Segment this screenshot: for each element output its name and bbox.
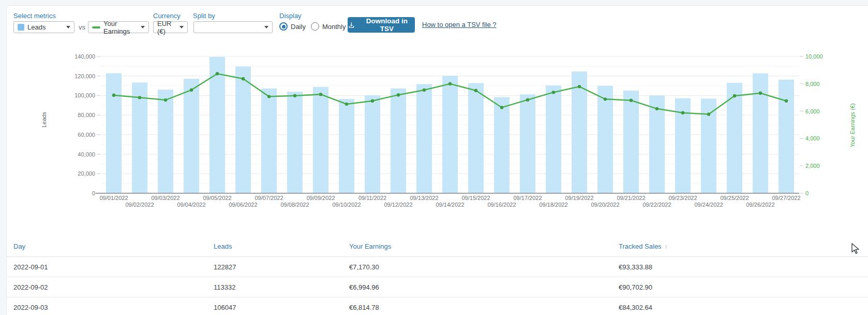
table-row[interactable]: 2022-09-02113332€6,994.96€90,702.90 — [7, 277, 868, 297]
leads-bar[interactable] — [468, 83, 484, 193]
metric-secondary-select[interactable]: Your Earnings — [88, 21, 149, 33]
caret-down-icon — [141, 26, 145, 28]
earnings-point[interactable] — [526, 98, 529, 101]
earnings-point[interactable] — [397, 93, 400, 96]
leads-bar[interactable] — [184, 79, 199, 193]
earnings-point[interactable] — [681, 111, 684, 114]
leads-bar[interactable] — [339, 99, 354, 193]
radio-daily-selected-icon[interactable] — [279, 22, 288, 31]
tsv-help-link[interactable]: How to open a TSV file ? — [422, 21, 497, 28]
earnings-point[interactable] — [242, 77, 245, 80]
left-axis-tick-label: 20,000 — [78, 170, 95, 177]
leads-bar[interactable] — [597, 86, 613, 193]
table-cell: €7,170.30 — [349, 263, 619, 271]
table-cell: 2022-09-02 — [13, 283, 214, 291]
column-header-tracked-sales[interactable]: Tracked Sales ↑ — [619, 242, 868, 250]
column-header-leads[interactable]: Leads — [214, 242, 349, 250]
earnings-point[interactable] — [112, 94, 115, 97]
column-header-your-earnings[interactable]: Your Earnings — [349, 242, 619, 250]
table-cell: 106047 — [214, 304, 349, 311]
leads-bar[interactable] — [365, 95, 380, 193]
table-row[interactable]: 2022-09-03106047€6,814.78€84,302.64 — [7, 297, 868, 315]
x-axis-date-label: 09/18/2022 — [539, 202, 567, 208]
x-axis-date-label: 09/24/2022 — [694, 202, 723, 208]
leads-bar[interactable] — [106, 73, 122, 193]
earnings-point[interactable] — [785, 99, 788, 103]
leads-bar[interactable] — [546, 85, 561, 193]
x-axis-date-label: 09/09/2022 — [306, 195, 335, 201]
right-axis-tick-label: 0 — [805, 190, 809, 196]
dashboard-page: Select metrics Leads vs Your Earnings Cu… — [0, 0, 868, 315]
earnings-point[interactable] — [345, 103, 348, 106]
metric-primary-value: Leads — [27, 23, 46, 31]
earnings-line-swatch-icon — [92, 26, 100, 28]
x-axis-date-label: 09/07/2022 — [255, 195, 283, 201]
earnings-point[interactable] — [138, 96, 141, 99]
leads-bar[interactable] — [494, 97, 510, 193]
select-metrics-label: Select metrics — [13, 12, 56, 20]
earnings-point[interactable] — [216, 72, 219, 75]
radio-option-monthly[interactable]: Monthly — [311, 22, 346, 31]
earnings-point[interactable] — [319, 93, 322, 96]
earnings-point[interactable] — [190, 88, 193, 91]
earnings-point[interactable] — [474, 89, 477, 92]
split-by-label: Split by — [193, 12, 215, 20]
download-tsv-button[interactable]: Download in TSV — [348, 17, 415, 33]
leads-bar[interactable] — [416, 84, 432, 193]
leads-bar[interactable] — [442, 76, 458, 193]
earnings-point[interactable] — [500, 106, 503, 109]
x-axis-date-label: 09/25/2022 — [720, 195, 749, 201]
earnings-point[interactable] — [578, 85, 581, 88]
right-axis-tick-label: 6,000 — [805, 108, 820, 114]
column-header-day[interactable]: Day — [13, 242, 214, 250]
sort-up-icon: ↑ — [665, 242, 668, 250]
x-axis-date-label: 09/20/2022 — [591, 202, 619, 208]
earnings-point[interactable] — [448, 82, 452, 85]
x-axis-date-label: 09/16/2022 — [487, 202, 516, 208]
leads-bar[interactable] — [391, 89, 406, 193]
left-axis-tick-label: 140,000 — [74, 53, 95, 60]
leads-bar[interactable] — [779, 80, 794, 193]
earnings-point[interactable] — [655, 107, 659, 110]
leads-bar[interactable] — [158, 90, 173, 193]
leads-bar[interactable] — [287, 92, 303, 193]
x-axis-date-label: 09/01/2022 — [99, 195, 128, 201]
earnings-point[interactable] — [630, 99, 633, 102]
earnings-point[interactable] — [759, 92, 762, 95]
split-by-select[interactable] — [193, 21, 273, 33]
earnings-point[interactable] — [164, 98, 167, 102]
metric-secondary-value: Your Earnings — [103, 20, 138, 35]
earnings-point[interactable] — [293, 94, 296, 97]
leads-bar[interactable] — [753, 74, 768, 193]
x-axis-date-label: 09/10/2022 — [332, 202, 361, 208]
earnings-point[interactable] — [707, 112, 710, 116]
leads-bar[interactable] — [520, 94, 535, 193]
x-axis-date-label: 09/27/2022 — [772, 195, 800, 201]
left-axis-tick-label: 0 — [92, 190, 95, 196]
metric-primary-select[interactable]: Leads — [13, 21, 74, 33]
x-axis-date-label: 09/23/2022 — [668, 195, 697, 201]
leads-bar[interactable] — [313, 87, 328, 193]
radio-monthly-unselected-icon[interactable] — [311, 22, 319, 31]
display-label: Display — [279, 12, 302, 20]
earnings-point[interactable] — [604, 97, 607, 101]
earnings-point[interactable] — [267, 95, 271, 98]
radio-option-daily[interactable]: Daily — [279, 22, 306, 31]
x-axis-date-label: 09/26/2022 — [746, 202, 774, 208]
earnings-point[interactable] — [552, 91, 555, 94]
daily-stats-table: Day Leads Your Earnings Tracked Sales ↑ … — [7, 236, 868, 315]
leads-bar[interactable] — [261, 89, 277, 193]
earnings-point[interactable] — [371, 99, 374, 103]
table-header-row: Day Leads Your Earnings Tracked Sales ↑ — [7, 236, 868, 257]
left-axis-tick-label: 40,000 — [78, 151, 95, 158]
table-row[interactable]: 2022-09-01122827€7,170.30€93,333.88 — [7, 257, 868, 277]
currency-select[interactable]: EUR (€) — [153, 21, 188, 33]
x-axis-date-label: 09/02/2022 — [125, 202, 154, 208]
leads-bar[interactable] — [235, 66, 251, 193]
right-axis-tick-label: 8,000 — [805, 81, 820, 87]
currency-label: Currency — [153, 12, 181, 20]
chart-controls: Select metrics Leads vs Your Earnings Cu… — [0, 0, 868, 41]
earnings-point[interactable] — [733, 94, 736, 97]
earnings-point[interactable] — [423, 88, 426, 91]
leads-bar[interactable] — [623, 91, 639, 193]
